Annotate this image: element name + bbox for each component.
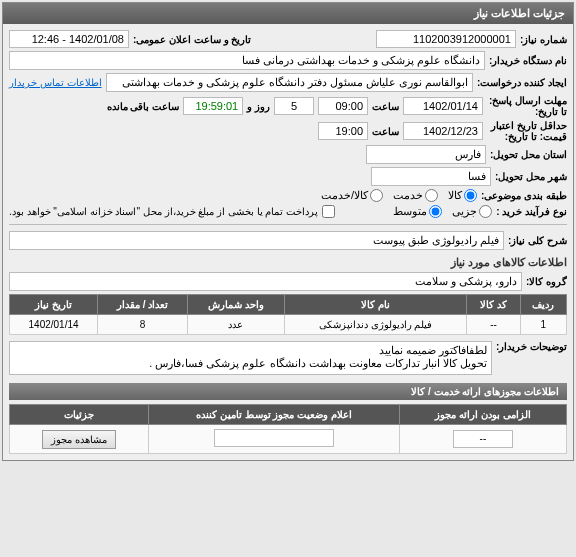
category-radio-group: کالا خدمت کالا/خدمت [321,189,477,202]
lic-mandatory-value: -- [453,430,513,448]
cell-unit: عدد [188,315,285,335]
cat-both-radio[interactable] [370,189,383,202]
time-label-1: ساعت [372,101,399,112]
proc-medium-radio[interactable] [429,205,442,218]
cat-kala-radio[interactable] [464,189,477,202]
th-code: کد کالا [467,295,520,315]
reply-date-value: 1402/01/14 [403,97,483,115]
license-row: -- مشاهده مجوز [10,425,567,454]
panel-body: شماره نیاز: 1102003912000001 تاریخ و ساع… [3,24,573,460]
cat-khadmat-label: خدمت [393,189,423,202]
province-value: فارس [366,145,486,164]
th-name: نام کالا [284,295,467,315]
cell-date: 1402/01/14 [10,315,98,335]
validity-time-value: 19:00 [318,122,368,140]
category-label: طبقه بندی موضوعی: [481,190,567,201]
proc-medium-label: متوسط [393,205,427,218]
need-no-label: شماره نیاز: [520,34,567,45]
th-qty: تعداد / مقدار [98,295,188,315]
panel-title: جزئیات اطلاعات نیاز [474,7,565,19]
license-header: اطلاعات مجوزهای ارائه خدمت / کالا [9,383,567,400]
lic-th-status: اعلام وضعیت مجوز توسط تامین کننده [149,405,400,425]
cell-code: -- [467,315,520,335]
th-unit: واحد شمارش [188,295,285,315]
group-value: دارو، پزشکی و سلامت [9,272,522,291]
panel-header: جزئیات اطلاعات نیاز [3,3,573,24]
items-table: ردیف کد کالا نام کالا واحد شمارش تعداد /… [9,294,567,335]
buyer-notes-value: لطفافاکتور ضمیمه نمایید تحویل کالا انبار… [9,341,492,375]
lic-th-detail: جزئیات [10,405,149,425]
reply-time-value: 09:00 [318,97,368,115]
reply-deadline-label: مهلت ارسال پاسخ: تا تاریخ: [487,95,567,117]
desc-title-label: شرح کلی نیاز: [508,235,567,246]
requester-value: ابوالقاسم نوری علیاش مسئول دفتر دانشگاه … [106,73,474,92]
remaining-time-value: 19:59:01 [183,97,243,115]
days-left-value: 5 [274,97,314,115]
validity-date-value: 1402/12/23 [403,122,483,140]
view-license-button[interactable]: مشاهده مجوز [42,430,116,449]
cell-name: فیلم رادیولوژی دندانپزشکی [284,315,467,335]
lic-th-mandatory: الزامی بودن ارائه مجوز [399,405,566,425]
need-no-value: 1102003912000001 [376,30,516,48]
cat-kala-label: کالا [448,189,462,202]
process-radio-group: جزیی متوسط [393,205,492,218]
license-table: الزامی بودن ارائه مجوز اعلام وضعیت مجوز … [9,404,567,454]
payment-checkbox[interactable] [322,205,335,218]
proc-small-radio[interactable] [479,205,492,218]
validity-label: حداقل تاریخ اعتبار قیمت: تا تاریخ: [487,120,567,142]
items-section-title: اطلاعات کالاهای مورد نیاز [9,256,567,269]
cat-khadmat-radio[interactable] [425,189,438,202]
buyer-org-value: دانشگاه علوم پزشکی و خدمات بهداشتی درمان… [9,51,485,70]
announce-date-value: 1402/01/08 - 12:46 [9,30,129,48]
th-idx: ردیف [520,295,566,315]
payment-note: پرداخت تمام یا بخشی از مبلغ خرید،از محل … [9,206,318,217]
cell-qty: 8 [98,315,188,335]
requester-label: ایجاد کننده درخواست: [477,77,567,88]
cell-idx: 1 [520,315,566,335]
table-row: 1 -- فیلم رادیولوژی دندانپزشکی عدد 8 140… [10,315,567,335]
main-panel: جزئیات اطلاعات نیاز شماره نیاز: 11020039… [2,2,574,461]
buyer-contact-link[interactable]: اطلاعات تماس خریدار [9,77,102,88]
province-label: استان محل تحویل: [490,149,567,160]
buyer-notes-label: توضیحات خریدار: [496,341,567,352]
and-days-label: روز و [247,101,270,112]
cat-both-label: کالا/خدمت [321,189,368,202]
buyer-org-label: نام دستگاه خریدار: [489,55,567,66]
lic-status-value [214,429,334,447]
announce-date-label: تاریخ و ساعت اعلان عمومی: [133,34,251,45]
remaining-suffix-label: ساعت باقی مانده [107,101,180,112]
time-label-2: ساعت [372,126,399,137]
group-label: گروه کالا: [526,276,567,287]
desc-title-value: فیلم رادیولوژی طبق پیوست [9,231,504,250]
city-label: شهر محل تحویل: [495,171,567,182]
process-label: نوع فرآیند خرید : [496,206,567,217]
th-date: تاریخ نیاز [10,295,98,315]
proc-small-label: جزیی [452,205,477,218]
city-value: فسا [371,167,491,186]
